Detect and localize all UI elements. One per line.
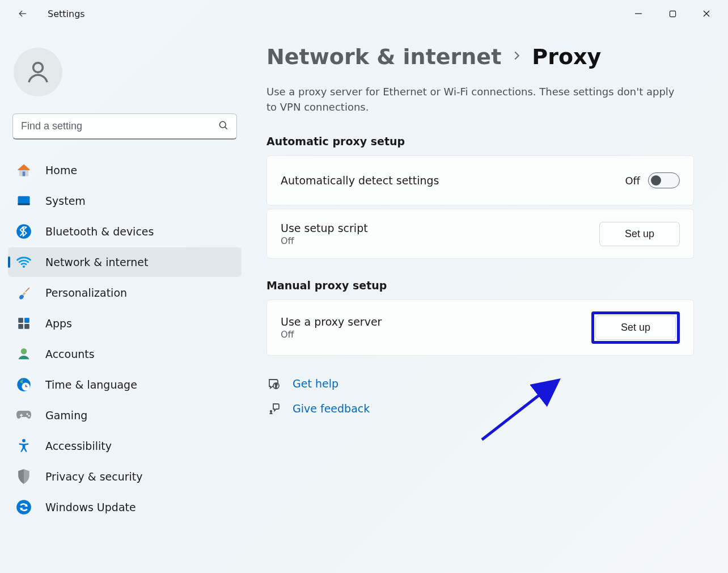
sidebar-item-label: Personalization (45, 286, 127, 299)
search-icon (218, 120, 229, 133)
back-button[interactable] (11, 2, 34, 25)
gamepad-icon (15, 406, 33, 424)
use-proxy-setup-button[interactable]: Set up (595, 315, 676, 340)
section-title-manual: Manual proxy setup (266, 279, 694, 292)
breadcrumb-current: Proxy (532, 44, 601, 69)
breadcrumb-parent[interactable]: Network & internet (266, 44, 501, 69)
shield-icon (15, 467, 33, 486)
accounts-icon (15, 345, 33, 363)
svg-rect-13 (18, 324, 23, 329)
search-wrap (12, 113, 237, 140)
svg-point-20 (22, 439, 26, 443)
toggle-state-label: Off (625, 175, 640, 187)
sidebar-item-label: Apps (45, 317, 72, 330)
page-description: Use a proxy server for Ethernet or Wi-Fi… (266, 84, 686, 115)
card-title: Use a proxy server (281, 315, 591, 328)
sidebar: Home System Bluetooth & devices Network … (0, 27, 249, 573)
section-title-auto: Automatic proxy setup (266, 135, 694, 148)
window-controls (621, 2, 723, 25)
get-help-link[interactable]: ? Get help (266, 376, 694, 391)
sidebar-item-accounts[interactable]: Accounts (8, 339, 242, 369)
setup-script-button[interactable]: Set up (599, 222, 680, 246)
sidebar-item-time[interactable]: Time & language (8, 370, 242, 399)
toggle-knob (651, 175, 661, 186)
close-icon (702, 10, 710, 18)
sidebar-item-system[interactable]: System (8, 186, 242, 216)
svg-point-24 (270, 410, 272, 412)
help-link-label: Get help (293, 377, 338, 390)
titlebar: Settings (0, 0, 728, 27)
sidebar-item-home[interactable]: Home (8, 155, 242, 185)
sidebar-item-label: Time & language (45, 378, 137, 391)
chevron-right-icon (510, 49, 523, 64)
maximize-button[interactable] (655, 2, 689, 25)
help-link-label: Give feedback (293, 402, 370, 415)
sidebar-item-label: System (45, 195, 86, 207)
sidebar-item-label: Accessibility (45, 440, 112, 452)
sidebar-item-label: Accounts (45, 348, 95, 360)
arrow-left-icon (17, 8, 28, 19)
feedback-icon (266, 401, 281, 416)
svg-text:?: ? (275, 384, 278, 389)
apps-icon (15, 314, 33, 332)
sidebar-item-label: Gaming (45, 409, 87, 422)
sidebar-item-label: Bluetooth & devices (45, 225, 154, 238)
highlight-annotation: Set up (591, 311, 680, 344)
maximize-icon (669, 10, 676, 18)
search-input[interactable] (12, 113, 237, 140)
card-setup-script: Use setup script Off Set up (266, 209, 694, 259)
sidebar-item-label: Network & internet (45, 256, 148, 268)
sidebar-item-label: Windows Update (45, 501, 136, 513)
card-state: Off (281, 329, 591, 340)
breadcrumb: Network & internet Proxy (266, 44, 694, 69)
update-icon (15, 498, 33, 516)
home-icon (15, 161, 33, 179)
clock-globe-icon (15, 376, 33, 394)
svg-point-15 (21, 348, 27, 355)
sidebar-item-apps[interactable]: Apps (8, 309, 242, 338)
svg-rect-1 (670, 11, 675, 16)
svg-line-6 (225, 127, 227, 129)
app-title: Settings (48, 9, 85, 19)
minimize-button[interactable] (621, 2, 655, 25)
sidebar-item-network[interactable]: Network & internet (8, 247, 242, 277)
help-icon: ? (266, 376, 281, 391)
sidebar-item-gaming[interactable]: Gaming (8, 401, 242, 430)
nav: Home System Bluetooth & devices Network … (8, 155, 242, 522)
svg-point-21 (16, 500, 31, 515)
svg-point-4 (33, 63, 43, 73)
svg-point-5 (219, 121, 226, 128)
paintbrush-icon (15, 284, 33, 302)
accessibility-icon (15, 437, 33, 455)
system-icon (15, 192, 33, 210)
sidebar-item-accessibility[interactable]: Accessibility (8, 431, 242, 461)
svg-rect-12 (24, 318, 29, 323)
bluetooth-icon (15, 222, 33, 241)
avatar[interactable] (14, 48, 62, 96)
person-icon (24, 58, 52, 86)
help-links: ? Get help Give feedback (266, 376, 694, 416)
svg-rect-9 (18, 204, 30, 205)
sidebar-item-update[interactable]: Windows Update (8, 492, 242, 522)
card-use-proxy: Use a proxy server Off Set up (266, 300, 694, 356)
svg-rect-7 (23, 171, 26, 176)
card-title: Use setup script (281, 222, 599, 234)
sidebar-item-label: Home (45, 164, 77, 176)
svg-rect-11 (18, 318, 23, 323)
close-button[interactable] (689, 2, 723, 25)
content: Network & internet Proxy Use a proxy ser… (249, 27, 728, 573)
sidebar-item-bluetooth[interactable]: Bluetooth & devices (8, 217, 242, 246)
svg-point-18 (27, 414, 28, 415)
wifi-icon (15, 253, 33, 271)
auto-detect-toggle[interactable] (648, 172, 680, 188)
svg-rect-14 (24, 324, 29, 329)
card-state: Off (281, 235, 599, 246)
svg-point-19 (28, 415, 30, 417)
sidebar-item-privacy[interactable]: Privacy & security (8, 462, 242, 491)
sidebar-item-personalization[interactable]: Personalization (8, 278, 242, 307)
card-title: Automatically detect settings (281, 174, 625, 187)
minimize-icon (634, 10, 642, 18)
sidebar-item-label: Privacy & security (45, 470, 143, 483)
give-feedback-link[interactable]: Give feedback (266, 401, 694, 416)
card-auto-detect: Automatically detect settings Off (266, 155, 694, 205)
